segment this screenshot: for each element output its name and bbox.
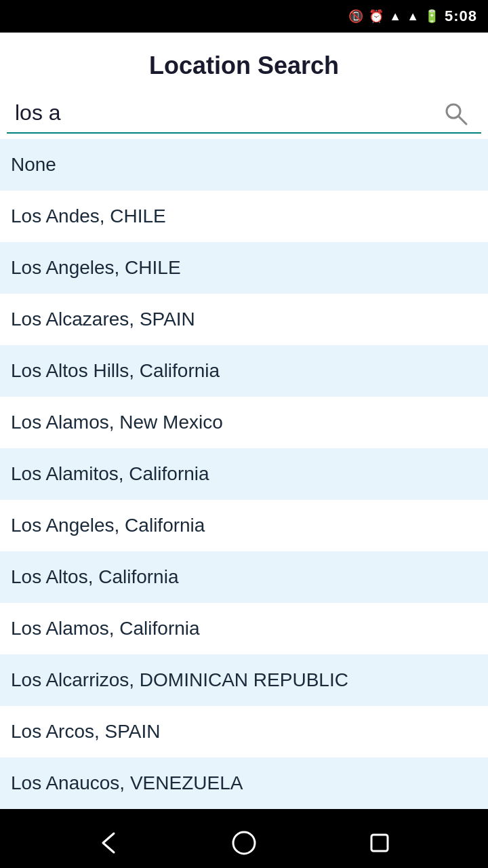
result-item[interactable]: Los Angeles, California	[0, 500, 488, 551]
back-icon	[94, 828, 123, 858]
result-item[interactable]: Los Alcazares, SPAIN	[0, 294, 488, 345]
results-list: NoneLos Andes, CHILELos Angeles, CHILELo…	[0, 139, 488, 809]
battery-icon: 🔋	[424, 9, 439, 24]
vibrate-icon: 📵	[348, 9, 363, 24]
result-item[interactable]: Los Alcarrizos, DOMINICAN REPUBLIC	[0, 654, 488, 706]
result-item[interactable]: Los Anaucos, VENEZUELA	[0, 757, 488, 809]
page-title: Location Search	[0, 33, 488, 94]
home-icon	[229, 828, 259, 858]
svg-line-1	[458, 116, 466, 124]
status-bar: 📵 ⏰ ▲ ▲ 🔋 5:08	[0, 0, 488, 33]
result-item[interactable]: Los Altos, California	[0, 551, 488, 603]
result-item[interactable]: Los Altos Hills, California	[0, 345, 488, 397]
signal-icon: ▲	[407, 9, 419, 24]
recents-button[interactable]	[365, 828, 394, 858]
svg-rect-3	[371, 835, 388, 851]
result-item[interactable]: Los Alamos, California	[0, 603, 488, 654]
result-item[interactable]: Los Alamos, New Mexico	[0, 397, 488, 448]
wifi-icon: ▲	[389, 9, 401, 24]
result-item[interactable]: Los Arcos, SPAIN	[0, 706, 488, 757]
svg-point-2	[233, 832, 255, 854]
search-button[interactable]	[438, 96, 473, 131]
status-icons: 📵 ⏰ ▲ ▲ 🔋 5:08	[348, 7, 477, 25]
result-item[interactable]: Los Angeles, CHILE	[0, 242, 488, 294]
bottom-nav	[0, 809, 488, 868]
home-button[interactable]	[229, 828, 259, 858]
result-item[interactable]: Los Andes, CHILE	[0, 191, 488, 242]
result-item[interactable]: None	[0, 139, 488, 191]
status-time: 5:08	[445, 7, 477, 25]
search-icon	[442, 100, 469, 127]
back-button[interactable]	[94, 828, 123, 858]
main-content: Location Search NoneLos Andes, CHILELos …	[0, 33, 488, 809]
recents-icon	[365, 828, 394, 858]
search-bar	[7, 94, 481, 134]
alarm-icon: ⏰	[369, 9, 384, 24]
result-item[interactable]: Los Alamitos, California	[0, 448, 488, 500]
search-input[interactable]	[15, 94, 438, 132]
